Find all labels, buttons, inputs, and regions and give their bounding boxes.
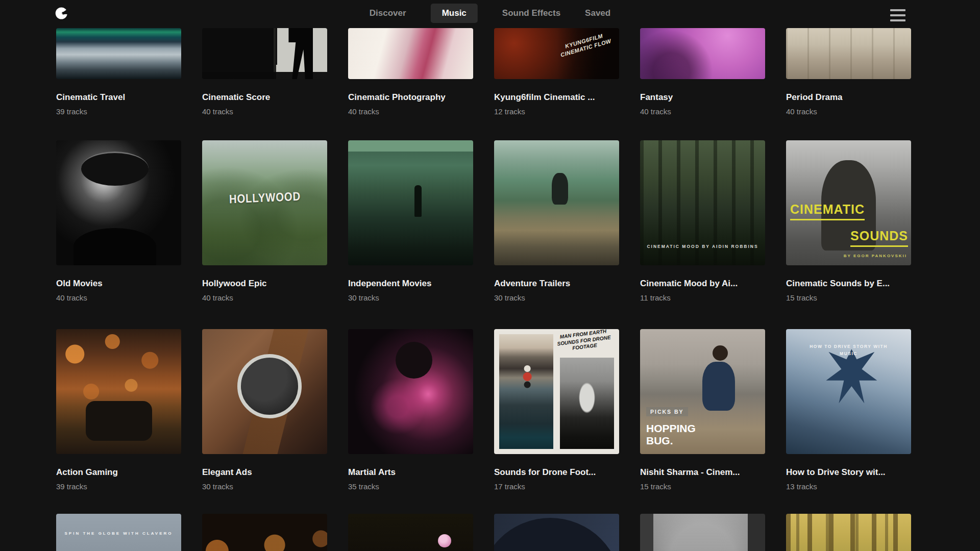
playlist-title[interactable]: Martial Arts	[348, 467, 473, 478]
playlist-track-count: 35 tracks	[348, 482, 473, 492]
cover-text: SPIN THE GLOBE WITH CLAVERO	[56, 531, 181, 536]
playlist-cover-leather-watch[interactable]	[202, 329, 327, 454]
playlist-track-count: 17 tracks	[494, 482, 619, 492]
tab-sound-effects[interactable]: Sound Effects	[502, 0, 560, 27]
playlist-card[interactable]	[494, 514, 619, 551]
playlist-cover-gaming-controller[interactable]	[56, 329, 181, 454]
playlist-cover-golden-forest[interactable]	[786, 514, 911, 551]
tab-discover[interactable]: Discover	[370, 0, 406, 27]
playlist-card[interactable]	[786, 514, 911, 551]
playlist-title[interactable]: Cinematic Photography	[348, 92, 473, 103]
playlist-track-count: 40 tracks	[786, 107, 911, 117]
tab-saved[interactable]: Saved	[585, 0, 610, 27]
playlist-card[interactable]: CINEMATICSOUNDSBY EGOR PANKOVSKII Cinema…	[786, 140, 911, 303]
playlist-title[interactable]: Hollywood Epic	[202, 279, 327, 289]
playlist-card[interactable]: Period Drama 40 tracks	[786, 28, 911, 117]
playlist-card[interactable]: Fantasy 40 tracks	[640, 28, 765, 117]
playlist-cover-cinematic-sounds[interactable]: CINEMATICSOUNDSBY EGOR PANKOVSKII	[786, 140, 911, 265]
playlist-title[interactable]: Cinematic Sounds by E...	[786, 279, 911, 289]
playlist-cover-red-ember[interactable]: KYUNG6FILM CINEMATIC FLOW	[494, 28, 619, 79]
playlist-row: Old Movies 40 tracks HOLLYWOOD Hollywood…	[56, 140, 930, 303]
playlist-card[interactable]: SPIN THE GLOBE WITH CLAVERO	[56, 514, 181, 551]
playlist-title[interactable]: Cinematic Mood by Ai...	[640, 279, 765, 289]
top-nav: DiscoverMusicSound EffectsSaved	[0, 0, 980, 27]
playlist-card[interactable]: Cinematic Photography 40 tracks	[348, 28, 473, 117]
playlist-track-count: 39 tracks	[56, 482, 181, 492]
playlist-title[interactable]: How to Drive Story wit...	[786, 467, 911, 478]
playlist-cover-clavero-globe[interactable]: SPIN THE GLOBE WITH CLAVERO	[56, 514, 181, 551]
playlist-cover-beach-drone[interactable]: PICKS BYHOPPING BUG.	[640, 329, 765, 454]
app-logo-icon[interactable]	[55, 6, 68, 21]
playlist-title[interactable]: Cinematic Score	[202, 92, 327, 103]
playlist-card[interactable]: MAN FROM EARTH SOUNDS FOR DRONE FOOTAGE …	[494, 329, 619, 492]
playlist-track-count: 40 tracks	[202, 107, 327, 117]
playlist-card[interactable]: PICKS BYHOPPING BUG. Nishit Sharma - Cin…	[640, 329, 765, 492]
playlist-cover-pink-flowers[interactable]	[640, 28, 765, 79]
cover-text: MAN FROM EARTH SOUNDS FOR DRONE FOOTAGE	[550, 329, 618, 354]
playlist-cover-mountain-hiker[interactable]	[494, 140, 619, 265]
playlist-track-count: 40 tracks	[202, 293, 327, 303]
playlist-card[interactable]: Old Movies 40 tracks	[56, 140, 181, 303]
playlist-row: Action Gaming 39 tracks Elegant Ads 30 t…	[56, 329, 930, 492]
playlist-card[interactable]: Elegant Ads 30 tracks	[202, 329, 327, 492]
playlist-title[interactable]: Sounds for Drone Foot...	[494, 467, 619, 478]
playlist-card[interactable]: Adventure Trailers 30 tracks	[494, 140, 619, 303]
cover-text: KYUNG6FILM CINEMATIC FLOW	[554, 29, 616, 60]
playlist-title[interactable]: Kyung6film Cinematic ...	[494, 92, 619, 103]
cover-text: HOLLYWOOD	[229, 190, 301, 207]
playlist-track-count: 30 tracks	[348, 293, 473, 303]
playlist-card[interactable]	[640, 514, 765, 551]
cover-text: CINEMATIC MOOD BY AIDIN ROBBINS	[640, 244, 765, 249]
playlist-card[interactable]: Martial Arts 35 tracks	[348, 329, 473, 492]
playlist-title[interactable]: Cinematic Travel	[56, 92, 181, 103]
playlist-cover-bw-film-set[interactable]	[202, 28, 327, 79]
playlist-track-count: 12 tracks	[494, 107, 619, 117]
playlist-cover-noir-portrait[interactable]	[56, 140, 181, 265]
playlist-cover-orange-bokeh[interactable]	[202, 514, 327, 551]
playlist-track-count: 15 tracks	[786, 293, 911, 303]
playlist-card[interactable]: HOLLYWOOD Hollywood Epic 40 tracks	[202, 140, 327, 303]
playlist-card[interactable]	[348, 514, 473, 551]
tab-music[interactable]: Music	[431, 4, 478, 23]
playlist-title[interactable]: Independent Movies	[348, 279, 473, 289]
playlist-cover-vinyl-dark[interactable]	[494, 514, 619, 551]
playlist-track-count: 13 tracks	[786, 482, 911, 492]
playlist-title[interactable]: Period Drama	[786, 92, 911, 103]
playlist-card[interactable]: CINEMATIC MOOD BY AIDIN ROBBINS Cinemati…	[640, 140, 765, 303]
playlist-title[interactable]: Elegant Ads	[202, 467, 327, 478]
hamburger-menu-icon[interactable]	[890, 9, 905, 21]
playlist-cover-aurora-mountains[interactable]	[56, 28, 181, 79]
cover-text: BY EGOR PANKOVSKII	[844, 254, 907, 258]
cover-text: PICKS BY	[646, 407, 688, 416]
playlist-cover-city-ruins[interactable]	[640, 514, 765, 551]
playlist-title[interactable]: Old Movies	[56, 279, 181, 289]
playlist-track-count: 40 tracks	[348, 107, 473, 117]
playlist-track-count: 39 tracks	[56, 107, 181, 117]
playlist-title[interactable]: Adventure Trailers	[494, 279, 619, 289]
playlist-card[interactable]: KYUNG6FILM CINEMATIC FLOW Kyung6film Cin…	[494, 28, 619, 117]
playlist-cover-drone-collage[interactable]: MAN FROM EARTH SOUNDS FOR DRONE FOOTAGE	[494, 329, 619, 454]
playlist-track-count: 15 tracks	[640, 482, 765, 492]
playlist-cover-jump-sky[interactable]: HOW TO DRIVE STORY WITH MUSIC	[786, 329, 911, 454]
playlist-card[interactable]: Independent Movies 30 tracks	[348, 140, 473, 303]
cover-text: HOPPING BUG.	[646, 422, 714, 447]
playlist-cover-green-corridor[interactable]	[348, 140, 473, 265]
playlist-title[interactable]: Action Gaming	[56, 467, 181, 478]
playlist-row: SPIN THE GLOBE WITH CLAVERO	[56, 514, 930, 551]
playlist-card[interactable]	[202, 514, 327, 551]
playlist-title[interactable]: Fantasy	[640, 92, 765, 103]
playlist-cover-pink-blur[interactable]	[348, 28, 473, 79]
playlist-card[interactable]: HOW TO DRIVE STORY WITH MUSIC How to Dri…	[786, 329, 911, 492]
playlist-card[interactable]: Action Gaming 39 tracks	[56, 329, 181, 492]
playlist-card[interactable]: Cinematic Score 40 tracks	[202, 28, 327, 117]
playlist-cover-forest-mood[interactable]: CINEMATIC MOOD BY AIDIN ROBBINS	[640, 140, 765, 265]
cover-text: SOUNDS	[850, 229, 908, 247]
playlist-track-count: 11 tracks	[640, 293, 765, 303]
playlist-title[interactable]: Nishit Sharma - Cinem...	[640, 467, 765, 478]
playlist-cover-boxer-pink[interactable]	[348, 329, 473, 454]
playlist-card[interactable]: Cinematic Travel 39 tracks	[56, 28, 181, 117]
playlist-cover-sepia-photo[interactable]	[786, 28, 911, 79]
playlist-cover-concert-stage[interactable]	[348, 514, 473, 551]
playlist-track-count: 40 tracks	[56, 293, 181, 303]
playlist-cover-hollywood-sign[interactable]: HOLLYWOOD	[202, 140, 327, 265]
